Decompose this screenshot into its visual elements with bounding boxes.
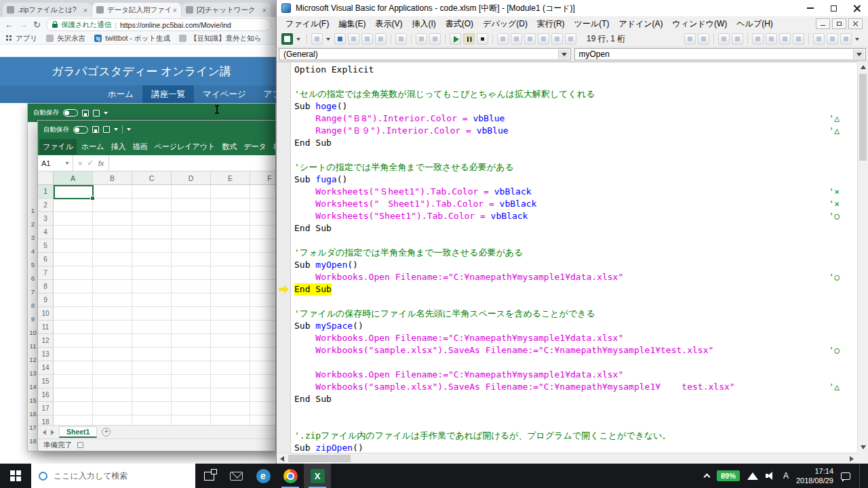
code-line[interactable]: Workbooks.Open Filename:="C:¥namepath¥my… <box>294 369 857 381</box>
code-line[interactable]: 'セルの指定では全角英数が混じってもこびとちゃんは拡大解釈してくれる <box>294 88 857 100</box>
tab-close-icon[interactable]: × <box>262 6 267 14</box>
ribbon-tab[interactable]: 挿入 <box>108 139 130 155</box>
menu-item[interactable]: ファイル(F) <box>281 18 334 30</box>
site-nav-item[interactable]: ホーム <box>99 85 142 103</box>
excel-grid[interactable]: ABCDEF123456789101112131415161718 <box>38 171 275 425</box>
row-header[interactable]: 4 <box>38 226 54 239</box>
formula-input[interactable] <box>109 155 275 171</box>
undo-icon[interactable] <box>416 33 427 45</box>
step-out-icon[interactable] <box>793 33 804 45</box>
browser-tab[interactable]: [2]チャットワーク× <box>182 3 271 17</box>
taskbar-search[interactable]: ここに入力して検索 <box>31 464 195 488</box>
code-line[interactable]: Workbooks("sample.xlsx").SaveAs Filename… <box>294 344 857 357</box>
row-header[interactable]: 18 <box>38 415 54 425</box>
menu-item[interactable]: 編集(E) <box>334 18 370 30</box>
column-header[interactable]: C <box>132 171 172 185</box>
cut-icon[interactable] <box>348 33 359 45</box>
code-line[interactable]: End Sub <box>294 283 857 296</box>
task-view-button[interactable] <box>195 464 222 488</box>
child-restore-button[interactable] <box>832 18 846 29</box>
menu-item[interactable]: デバッグ(D) <box>478 18 532 30</box>
autosave-toggle[interactable] <box>73 126 88 134</box>
action-center-icon[interactable] <box>841 472 850 480</box>
vba-code-pane[interactable]: Option Explicit'セルの指定では全角英数が混じってもこびとちゃんは… <box>277 62 857 453</box>
code-line[interactable] <box>294 235 857 247</box>
code-line[interactable]: Workbooks.Open Filename:="C:¥namepath¥my… <box>294 271 857 283</box>
bookmark-item[interactable]: tgtwittbot - ボット生成 <box>94 34 170 43</box>
reset-icon[interactable] <box>477 33 488 45</box>
browser-tab[interactable]: データ記入用ファイルを配布× <box>92 3 181 17</box>
locals-window-icon[interactable] <box>827 33 838 45</box>
row-header[interactable]: 16 <box>38 388 54 402</box>
project-explorer-icon[interactable] <box>511 33 522 45</box>
scroll-down-icon[interactable] <box>861 445 866 449</box>
menu-item[interactable]: 表示(V) <box>370 18 407 30</box>
view-excel-icon[interactable] <box>281 33 293 45</box>
properties-window-icon[interactable] <box>524 33 536 45</box>
ribbon-tab[interactable]: ファイル <box>39 139 77 155</box>
column-header[interactable]: B <box>93 171 132 185</box>
site-nav-item[interactable]: 講座一覧 <box>142 85 194 103</box>
insert-userform-icon[interactable] <box>311 33 323 45</box>
excel-front-window[interactable]: 自動保存 ファイルホーム挿入描画ページレイアウト数式データ校閲 A1 × ✓ f… <box>37 120 276 451</box>
taskbar-app-chrome[interactable] <box>277 464 304 488</box>
chevron-down-icon[interactable] <box>325 33 332 45</box>
selected-cell[interactable] <box>54 185 94 199</box>
ribbon-tab[interactable]: 校閲 <box>270 139 275 155</box>
row-header[interactable]: 1 <box>38 185 54 199</box>
row-header[interactable]: 11 <box>38 321 54 334</box>
chevron-down-icon[interactable] <box>295 33 302 45</box>
sheet-prev-icon[interactable] <box>43 430 46 435</box>
child-minimize-button[interactable] <box>816 18 830 29</box>
name-box[interactable]: A1 <box>38 155 73 171</box>
run-icon[interactable] <box>450 33 461 45</box>
code-line[interactable]: Option Explicit <box>294 64 857 76</box>
taskbar-app-mail[interactable] <box>222 464 250 488</box>
menu-item[interactable]: ヘルプ(H) <box>732 18 778 30</box>
code-line[interactable]: Worksheets("Sheet1").Tab.Color = vbBlack… <box>294 210 857 222</box>
site-nav-item[interactable]: アフィ <box>255 85 276 103</box>
code-line[interactable] <box>294 405 857 418</box>
menu-item[interactable]: 挿入(I) <box>407 18 440 30</box>
vba-code-lines[interactable]: Option Explicit'セルの指定では全角英数が混じってもこびとちゃんは… <box>291 62 857 453</box>
chevron-down-icon[interactable] <box>853 49 865 59</box>
row-header[interactable]: 8 <box>38 280 54 293</box>
row-header[interactable]: 6 <box>38 253 54 266</box>
code-line[interactable]: Sub fuga() <box>294 174 857 186</box>
quick-access-chevron-icon[interactable] <box>127 128 131 131</box>
toggle-breakpoint-icon[interactable] <box>752 33 764 45</box>
battery-indicator[interactable]: 89% <box>717 470 740 481</box>
code-line[interactable]: Worksheets("Ｓheet1").Tab.Color = vbBlack… <box>294 186 857 198</box>
code-line[interactable] <box>294 296 857 308</box>
chevron-down-icon[interactable] <box>104 112 108 115</box>
ribbon-tab[interactable]: データ <box>240 139 270 155</box>
code-line[interactable] <box>294 357 857 369</box>
row-header[interactable]: 9 <box>38 293 54 307</box>
ribbon-tab[interactable]: 描画 <box>130 139 151 155</box>
undo-icon[interactable] <box>103 126 110 133</box>
code-line[interactable]: Sub myOpen() <box>294 259 857 271</box>
chevron-down-icon[interactable] <box>114 128 118 131</box>
code-line[interactable]: Worksheets(" Sheet1").Tab.Color = vbBlac… <box>294 198 857 210</box>
clock[interactable]: 17:14 2018/08/29 <box>796 466 833 486</box>
ribbon-tab[interactable]: ホーム <box>78 139 108 155</box>
row-header[interactable]: 15 <box>38 375 54 388</box>
save-icon[interactable] <box>82 110 89 117</box>
row-header[interactable]: 12 <box>38 334 54 348</box>
code-line[interactable]: Range("Ｂ９").Interior.Color = vbBlue'△ <box>294 125 857 137</box>
minimize-button[interactable] <box>799 0 822 16</box>
excel-back-titlebar[interactable]: 自動保存 <box>28 104 275 122</box>
excel-titlebar[interactable]: 自動保存 <box>38 121 275 138</box>
code-line[interactable] <box>294 418 857 430</box>
child-close-button[interactable] <box>848 18 863 29</box>
tab-close-icon[interactable]: × <box>83 6 87 14</box>
ribbon-tab[interactable]: 数式 <box>218 139 240 155</box>
column-header[interactable]: E <box>211 171 250 185</box>
close-button[interactable] <box>845 0 868 16</box>
watch-window-icon[interactable] <box>840 33 852 45</box>
column-header[interactable]: F <box>250 171 275 185</box>
vertical-scroll-thumb[interactable] <box>859 74 867 161</box>
address-bar[interactable]: 保護された通信 | https://online.pc5bai.com/Movi… <box>46 18 271 31</box>
save-icon[interactable] <box>334 33 346 45</box>
autosave-toggle[interactable] <box>63 109 78 117</box>
